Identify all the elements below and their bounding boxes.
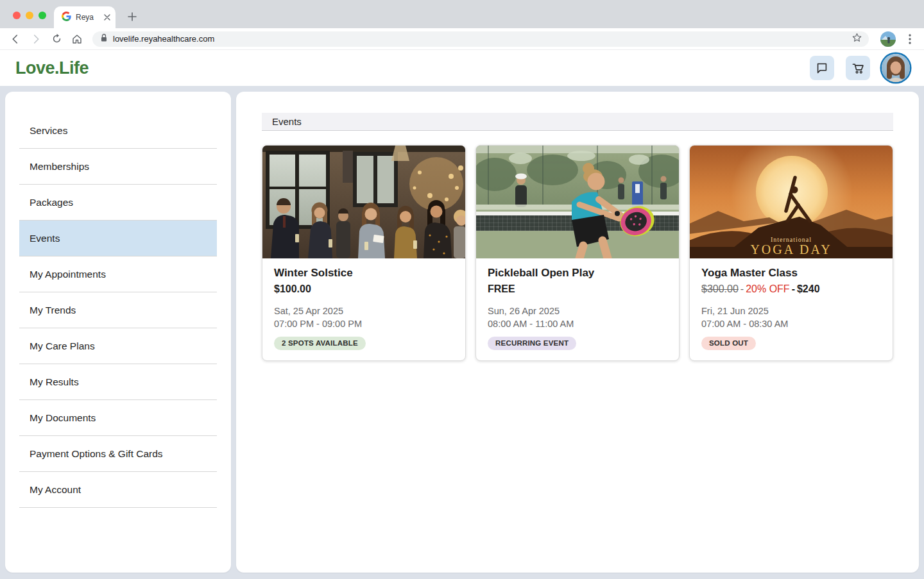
- sidebar-item-payment-options[interactable]: Payment Options & Gift Cards: [19, 436, 217, 472]
- sidebar-item-packages[interactable]: Packages: [19, 185, 217, 221]
- page-body: Services Memberships Packages Events My …: [0, 86, 924, 579]
- chat-button[interactable]: [810, 56, 834, 80]
- recurring-badge: RECURRING EVENT: [488, 337, 576, 350]
- sidebar-item-services[interactable]: Services: [19, 113, 217, 149]
- cart-button[interactable]: [846, 56, 870, 80]
- event-price-line: $300.00-20% OFF-$240: [701, 283, 881, 295]
- event-image-networking-party: [262, 146, 465, 258]
- url-text: lovelife.reyahealthcare.com: [113, 34, 846, 44]
- event-price: $100.00: [274, 283, 454, 295]
- window-zoom-button[interactable]: [38, 12, 46, 19]
- svg-text:YOGA DAY: YOGA DAY: [750, 242, 832, 256]
- discount-label: 20% OFF: [746, 283, 789, 294]
- sidebar-item-events[interactable]: Events: [19, 221, 217, 256]
- event-date: Sat, 25 Apr 2025: [274, 305, 454, 317]
- tab-title: Reya: [76, 13, 99, 22]
- event-time: 07:00 PM - 09:00 PM: [274, 317, 454, 330]
- new-tab-button[interactable]: [123, 8, 141, 26]
- home-button[interactable]: [68, 30, 86, 48]
- event-card-winter-solstice[interactable]: Winter Solstice $100.00 Sat, 25 Apr 2025…: [262, 145, 466, 361]
- user-avatar[interactable]: [882, 54, 910, 82]
- tab-close-icon[interactable]: [104, 14, 110, 21]
- event-image-pickleball: [476, 146, 679, 258]
- price-separator: -: [792, 283, 795, 294]
- sidebar-item-my-trends[interactable]: My Trends: [19, 292, 217, 328]
- browser-tab[interactable]: Reya: [54, 6, 116, 28]
- address-bar[interactable]: lovelife.reyahealthcare.com: [92, 31, 869, 47]
- lovelife-logo[interactable]: Love.Life: [15, 58, 89, 78]
- reload-button[interactable]: [47, 30, 65, 48]
- event-title: Yoga Master Class: [701, 267, 881, 280]
- window-controls[interactable]: [13, 12, 46, 19]
- site-header: Love.Life: [0, 50, 924, 86]
- event-card-pickleball[interactable]: Pickleball Open Play FREE Sun, 26 Apr 20…: [475, 145, 680, 361]
- google-favicon-icon: [62, 12, 71, 24]
- lock-icon: [100, 33, 108, 45]
- sidebar-item-memberships[interactable]: Memberships: [19, 149, 217, 185]
- final-price: $240: [797, 283, 820, 294]
- event-time: 08:00 AM - 11:00 AM: [488, 317, 667, 330]
- sidebar-item-my-documents[interactable]: My Documents: [19, 400, 217, 436]
- event-card-yoga[interactable]: International YOGA DAY Yoga Master Class…: [689, 145, 893, 361]
- bookmark-star-icon[interactable]: [851, 32, 862, 46]
- event-date: Fri, 21 Jun 2025: [701, 305, 881, 317]
- sidebar-item-my-results[interactable]: My Results: [19, 364, 217, 400]
- event-price: FREE: [488, 283, 667, 295]
- original-price: $300.00: [701, 283, 739, 294]
- forward-button[interactable]: [27, 30, 45, 48]
- main-content: Events: [236, 92, 919, 573]
- events-card-row: Winter Solstice $100.00 Sat, 25 Apr 2025…: [262, 145, 893, 361]
- event-title: Winter Solstice: [274, 267, 454, 280]
- browser-toolbar: lovelife.reyahealthcare.com: [0, 28, 924, 50]
- window-minimize-button[interactable]: [26, 12, 33, 19]
- event-title: Pickleball Open Play: [488, 267, 667, 280]
- sidebar-item-my-appointments[interactable]: My Appointments: [19, 256, 217, 292]
- event-date: Sun, 26 Apr 2025: [488, 305, 667, 317]
- window-close-button[interactable]: [13, 12, 21, 19]
- price-separator: -: [740, 283, 744, 294]
- section-title: Events: [272, 116, 302, 127]
- sidebar: Services Memberships Packages Events My …: [5, 92, 231, 573]
- sidebar-item-my-account[interactable]: My Account: [19, 472, 217, 508]
- events-section-bar: Events: [262, 113, 893, 131]
- browser-menu-icon[interactable]: [902, 31, 918, 47]
- chat-bubble-icon: [815, 61, 829, 75]
- sidebar-item-my-care-plans[interactable]: My Care Plans: [19, 328, 217, 364]
- soldout-badge: SOLD OUT: [701, 337, 756, 350]
- availability-badge: 2 SPOTS AVAILABLE: [274, 337, 366, 350]
- event-image-yoga-day: International YOGA DAY: [690, 146, 893, 258]
- back-button[interactable]: [6, 30, 24, 48]
- cart-icon: [851, 61, 866, 76]
- browser-tab-strip: Reya: [0, 0, 924, 28]
- event-time: 07:00 AM - 08:30 AM: [701, 317, 881, 330]
- browser-profile-avatar[interactable]: [880, 31, 896, 47]
